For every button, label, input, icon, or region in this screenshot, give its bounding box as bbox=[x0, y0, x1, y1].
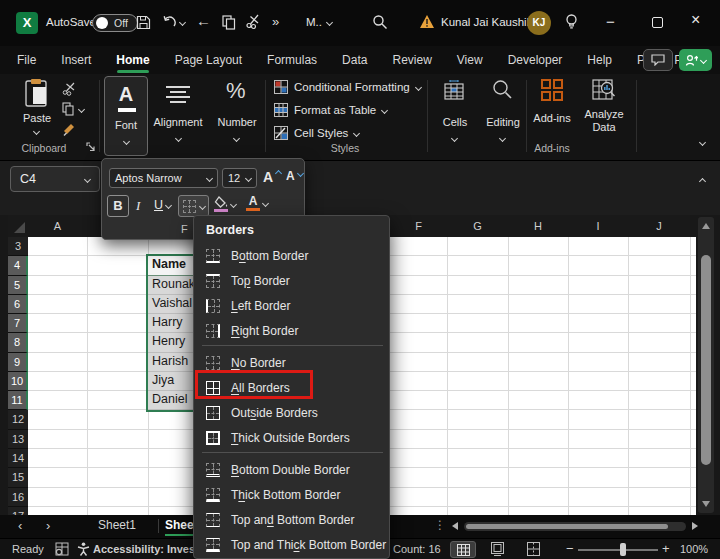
close-button[interactable]: × bbox=[691, 11, 700, 29]
analyze-data-label[interactable]: Analyze Data bbox=[576, 108, 632, 134]
scroll-up-icon[interactable] bbox=[702, 223, 710, 229]
paste-button[interactable] bbox=[24, 78, 50, 108]
tab-file[interactable]: File bbox=[16, 53, 37, 67]
tab-data[interactable]: Data bbox=[341, 53, 368, 67]
row-header-16[interactable]: 16 bbox=[8, 488, 28, 507]
row-header-5[interactable]: 5 bbox=[8, 276, 28, 295]
row-header-3[interactable]: 3 bbox=[8, 237, 28, 256]
font-group-button[interactable]: A Font bbox=[104, 76, 148, 156]
underline-button[interactable]: U bbox=[154, 198, 171, 212]
cut-icon[interactable] bbox=[246, 14, 260, 30]
decrease-font-size-button[interactable]: A bbox=[286, 169, 303, 183]
next-sheet-icon[interactable]: › bbox=[46, 518, 50, 533]
column-header-f[interactable]: F bbox=[390, 215, 447, 237]
cells-button-label[interactable]: Cells bbox=[432, 116, 478, 128]
row-header-10[interactable]: 10 bbox=[8, 372, 28, 391]
comments-button[interactable] bbox=[643, 49, 673, 71]
hscroll-right-icon[interactable] bbox=[692, 522, 698, 530]
menu-item-top-border[interactable]: Top Border bbox=[194, 268, 389, 293]
row-header-12[interactable]: 12 bbox=[8, 410, 28, 429]
zoom-slider[interactable] bbox=[578, 549, 658, 551]
row-header-13[interactable]: 13 bbox=[8, 430, 28, 449]
formula-bar-expand-icon[interactable] bbox=[699, 178, 706, 185]
lightbulb-icon[interactable] bbox=[564, 13, 579, 31]
autosave-toggle[interactable]: Off bbox=[92, 14, 138, 32]
borders-button[interactable] bbox=[178, 195, 209, 217]
zoom-out-icon[interactable]: − bbox=[566, 541, 574, 556]
conditional-formatting-button[interactable]: Conditional Formatting bbox=[274, 80, 421, 94]
menu-item-thick-outside-borders[interactable]: Thick Outside Borders bbox=[194, 425, 389, 450]
zoom-in-icon[interactable]: + bbox=[662, 541, 670, 556]
format-painter-button[interactable] bbox=[62, 122, 77, 137]
column-header-h[interactable]: H bbox=[508, 215, 568, 237]
menu-item-top-and-bottom-border[interactable]: Top and Bottom Border bbox=[194, 507, 389, 532]
save-icon[interactable] bbox=[136, 15, 151, 30]
hscroll-left-icon[interactable] bbox=[452, 522, 458, 530]
tab-developer[interactable]: Developer bbox=[507, 53, 564, 67]
vertical-scrollbar-thumb[interactable] bbox=[701, 255, 711, 465]
column-header-g[interactable]: G bbox=[447, 215, 508, 237]
copy-button[interactable] bbox=[62, 102, 84, 116]
column-header-i[interactable]: I bbox=[568, 215, 628, 237]
increase-font-size-button[interactable]: A bbox=[263, 169, 281, 185]
tab-review[interactable]: Review bbox=[391, 53, 432, 67]
tab-help[interactable]: Help bbox=[586, 53, 613, 67]
menu-item-all-borders[interactable]: All Borders bbox=[194, 375, 389, 400]
copy-icon[interactable] bbox=[222, 15, 236, 30]
collapse-ribbon-chevron-icon[interactable] bbox=[699, 139, 706, 146]
tab-formulas[interactable]: Formulas bbox=[266, 53, 318, 67]
horizontal-scrollbar-thumb[interactable] bbox=[466, 524, 668, 529]
undo-button[interactable] bbox=[162, 15, 185, 29]
row-header-6[interactable]: 6 bbox=[8, 295, 28, 314]
cut-button[interactable] bbox=[62, 82, 76, 96]
avatar[interactable]: KJ bbox=[527, 11, 551, 35]
row-header-14[interactable]: 14 bbox=[8, 449, 28, 468]
minimize-button[interactable]: − bbox=[606, 13, 615, 30]
share-button[interactable] bbox=[679, 49, 712, 71]
back-arrow-icon[interactable]: ← bbox=[196, 12, 211, 29]
scroll-down-icon[interactable] bbox=[702, 501, 710, 507]
name-box[interactable]: C4 bbox=[10, 166, 100, 192]
menu-item-bottom-double-border[interactable]: Bottom Double Border bbox=[194, 457, 389, 482]
menu-item-no-border[interactable]: No Border bbox=[194, 350, 389, 375]
tab-page-layout[interactable]: Page Layout bbox=[174, 53, 243, 67]
column-header-a[interactable]: A bbox=[28, 215, 87, 237]
font-color-button[interactable]: A bbox=[246, 195, 268, 211]
font-size-combo[interactable]: 12 bbox=[222, 168, 257, 188]
menu-item-left-border[interactable]: Left Border bbox=[194, 293, 389, 318]
tab-insert[interactable]: Insert bbox=[60, 53, 92, 67]
search-icon[interactable] bbox=[372, 14, 388, 30]
row-header-7[interactable]: 7 bbox=[8, 314, 28, 333]
page-break-view-button[interactable] bbox=[526, 542, 541, 556]
prev-sheet-icon[interactable]: ‹ bbox=[18, 518, 22, 533]
tab-home[interactable]: Home bbox=[115, 53, 150, 67]
row-header-4[interactable]: 4 bbox=[8, 256, 28, 275]
more-commands-icon[interactable]: » bbox=[272, 14, 279, 29]
warning-icon[interactable] bbox=[419, 14, 435, 29]
accessibility-status[interactable]: Accessibility: Investig bbox=[93, 543, 209, 555]
vertical-scrollbar[interactable] bbox=[698, 217, 714, 513]
menu-item-top-and-thick-bottom-border[interactable]: Top and Thick Bottom Border bbox=[194, 532, 389, 557]
row-header-8[interactable]: 8 bbox=[8, 333, 28, 352]
menu-item-outside-borders[interactable]: Outside Borders bbox=[194, 400, 389, 425]
page-layout-view-button[interactable] bbox=[490, 542, 505, 556]
normal-view-button[interactable] bbox=[450, 541, 476, 558]
zoom-slider-thumb[interactable] bbox=[620, 543, 626, 556]
editing-button-label[interactable]: Editing bbox=[480, 116, 526, 128]
sheet-tab-sheet1[interactable]: Sheet1 bbox=[98, 515, 136, 536]
format-as-table-button[interactable]: Format as Table bbox=[274, 103, 387, 117]
fill-color-button[interactable] bbox=[214, 196, 236, 212]
tab-view[interactable]: View bbox=[456, 53, 484, 67]
zoom-level[interactable]: 100% bbox=[680, 543, 708, 555]
row-header-9[interactable]: 9 bbox=[8, 353, 28, 372]
sheet-tab-active[interactable]: Shee bbox=[165, 515, 194, 536]
macro-record-icon[interactable] bbox=[55, 542, 69, 556]
alignment-button-label[interactable]: Alignment bbox=[148, 116, 208, 128]
row-header-15[interactable]: 15 bbox=[8, 468, 28, 487]
tab-options-dots-icon[interactable]: ⋮ bbox=[434, 518, 446, 532]
user-name[interactable]: Kunal Jai Kaushik bbox=[441, 16, 532, 28]
column-header-j[interactable]: J bbox=[628, 215, 690, 237]
italic-button[interactable]: I bbox=[136, 198, 140, 214]
bold-button[interactable]: B bbox=[107, 195, 129, 217]
menu-item-bottom-border[interactable]: Bottom Border bbox=[194, 243, 389, 268]
